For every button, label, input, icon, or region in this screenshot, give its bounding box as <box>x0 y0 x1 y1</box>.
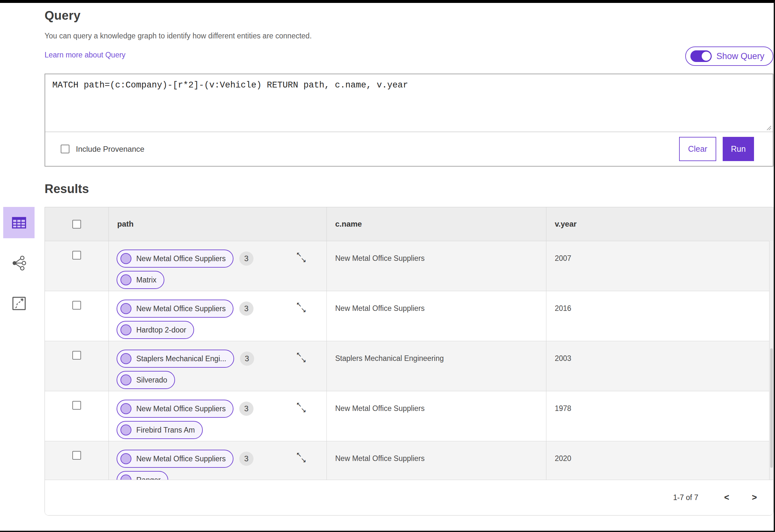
path-node-pill[interactable]: Silverado <box>117 371 175 389</box>
path-node-label: Staplers Mechanical Engi... <box>136 354 226 363</box>
include-provenance-option[interactable]: Include Provenance <box>61 145 144 154</box>
toggle-switch-icon[interactable] <box>690 50 712 62</box>
node-icon <box>120 453 131 464</box>
expand-icon[interactable]: ↖↘ <box>296 251 308 266</box>
scrollbar-thumb[interactable] <box>770 348 773 468</box>
path-node-label: New Metal Office Suppliers <box>136 455 226 463</box>
results-section: path c.name v.year New Metal Office Supp… <box>45 207 773 516</box>
table-header-row: path c.name v.year <box>45 207 773 241</box>
node-icon <box>120 403 131 414</box>
show-query-toggle[interactable]: Show Query <box>685 46 773 66</box>
path-node-pill[interactable]: Firebird Trans Am <box>117 421 203 439</box>
show-query-label: Show Query <box>716 51 764 61</box>
select-row-checkbox[interactable] <box>72 301 81 310</box>
pagination-range: 1-7 of 7 <box>673 493 698 502</box>
clear-button[interactable]: Clear <box>679 137 716 161</box>
path-count-badge: 3 <box>239 452 253 466</box>
select-row-checkbox[interactable] <box>72 251 81 260</box>
results-table: path c.name v.year New Metal Office Supp… <box>45 207 773 516</box>
path-node-label: Firebird Trans Am <box>136 426 195 435</box>
main-content: Query You can query a knowledge graph to… <box>45 9 773 516</box>
learn-more-link[interactable]: Learn more about Query <box>45 51 126 59</box>
path-node-pill[interactable]: New Metal Office Suppliers <box>117 450 233 468</box>
expand-icon[interactable]: ↖↘ <box>296 451 308 466</box>
path-node-label: Hardtop 2-door <box>136 326 186 334</box>
include-provenance-label: Include Provenance <box>76 145 144 154</box>
path-node-label: New Metal Office Suppliers <box>136 254 226 263</box>
table-scrollbar[interactable] <box>769 241 773 480</box>
page: Query You can query a knowledge graph to… <box>0 0 775 532</box>
query-toolbar: Include Provenance Clear Run <box>45 132 773 166</box>
node-icon <box>120 303 131 314</box>
path-node-pill[interactable]: New Metal Office Suppliers <box>117 300 233 318</box>
pagination-next-button[interactable]: > <box>752 493 757 503</box>
table-row: New Metal Office Suppliers 3 ↖↘ Ranger N… <box>45 441 773 480</box>
network-view-icon <box>11 255 27 271</box>
expand-icon[interactable]: ↖↘ <box>296 351 308 366</box>
table-row: New Metal Office Suppliers 3 ↖↘ Hardtop … <box>45 291 773 341</box>
cname-cell: New Metal Office Suppliers <box>326 291 546 341</box>
path-count-badge: 3 <box>239 302 253 316</box>
path-node-label: Ranger <box>136 476 160 480</box>
path-count-badge: 3 <box>239 251 253 266</box>
node-icon <box>120 353 131 364</box>
view-switcher <box>3 207 35 319</box>
cname-cell: Staplers Mechanical Engineering <box>326 341 546 391</box>
vyear-cell: 2007 <box>546 241 773 291</box>
path-node-pill[interactable]: Ranger <box>117 471 168 480</box>
path-node-pill[interactable]: Hardtop 2-door <box>117 321 194 339</box>
toggle-knob <box>701 51 711 61</box>
path-node-pill[interactable]: New Metal Office Suppliers <box>117 400 233 418</box>
select-row-checkbox[interactable] <box>72 451 81 460</box>
select-row-checkbox[interactable] <box>72 401 81 410</box>
query-editor[interactable]: MATCH path=(c:Company)-[r*2]-(v:Vehicle)… <box>45 74 773 132</box>
table-row: New Metal Office Suppliers 3 ↖↘ Matrix N… <box>45 241 773 291</box>
graph-view-button[interactable] <box>3 247 35 279</box>
cname-cell: New Metal Office Suppliers <box>326 241 546 291</box>
column-header-vyear[interactable]: v.year <box>546 207 773 241</box>
table-view-icon <box>11 215 27 230</box>
path-count-badge: 3 <box>239 402 253 416</box>
toolbar-buttons: Clear Run <box>679 137 754 161</box>
path-node-label: Silverado <box>136 376 167 384</box>
expand-icon[interactable]: ↖↘ <box>296 401 308 416</box>
path-node-label: New Metal Office Suppliers <box>136 304 226 313</box>
vyear-cell: 2016 <box>546 291 773 341</box>
page-title: Query <box>45 9 773 23</box>
vyear-cell: 1978 <box>546 391 773 441</box>
path-node-pill[interactable]: Matrix <box>117 271 164 289</box>
expand-icon[interactable]: ↖↘ <box>296 301 308 316</box>
node-icon <box>120 324 131 335</box>
node-icon <box>120 253 131 264</box>
node-icon <box>120 475 131 480</box>
path-node-label: New Metal Office Suppliers <box>136 404 226 413</box>
page-description: You can query a knowledge graph to ident… <box>45 32 773 40</box>
column-header-path[interactable]: path <box>108 207 326 241</box>
run-button[interactable]: Run <box>723 137 754 161</box>
cname-cell: New Metal Office Suppliers <box>326 441 546 480</box>
path-node-pill[interactable]: Staplers Mechanical Engi... <box>117 350 234 368</box>
table-row: New Metal Office Suppliers 3 ↖↘ Firebird… <box>45 391 773 441</box>
node-icon <box>120 274 131 285</box>
column-header-cname[interactable]: c.name <box>326 207 546 241</box>
chart-view-button[interactable] <box>3 288 35 319</box>
query-text[interactable]: MATCH path=(c:Company)-[r*2]-(v:Vehicle)… <box>52 79 766 91</box>
select-all-checkbox[interactable] <box>72 220 81 229</box>
resize-grip-icon[interactable] <box>766 125 772 131</box>
query-panel: MATCH path=(c:Company)-[r*2]-(v:Vehicle)… <box>45 74 773 167</box>
node-icon <box>120 425 131 435</box>
path-node-pill[interactable]: New Metal Office Suppliers <box>117 250 233 268</box>
node-icon <box>120 374 131 385</box>
vyear-cell: 2020 <box>546 441 773 480</box>
pagination: 1-7 of 7 < > <box>45 480 773 515</box>
path-count-badge: 3 <box>240 352 254 366</box>
pagination-prev-button[interactable]: < <box>724 493 729 503</box>
chart-view-icon <box>11 296 27 311</box>
table-view-button[interactable] <box>3 207 35 238</box>
select-row-checkbox[interactable] <box>72 351 81 360</box>
table-row: Staplers Mechanical Engi... 3 ↖↘ Silvera… <box>45 341 773 391</box>
include-provenance-checkbox[interactable] <box>61 145 69 153</box>
cname-cell: New Metal Office Suppliers <box>326 391 546 441</box>
results-title: Results <box>45 182 773 196</box>
vyear-cell: 2003 <box>546 341 773 391</box>
